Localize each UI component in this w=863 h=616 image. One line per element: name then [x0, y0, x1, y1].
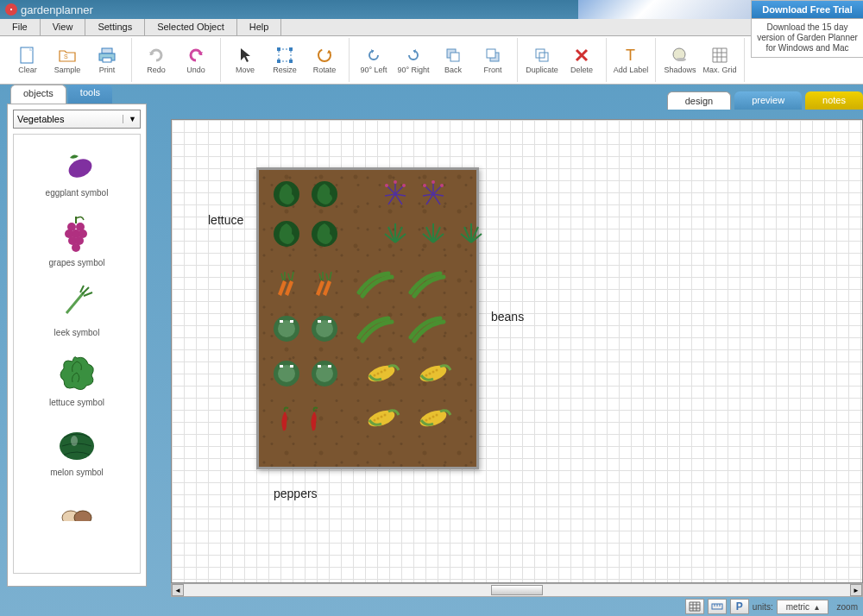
mushroom-icon: [55, 491, 98, 534]
undo-button[interactable]: Undo: [177, 39, 215, 82]
canvas-label-peppers[interactable]: peppers: [274, 487, 318, 500]
rotate-button[interactable]: Rotate: [306, 39, 343, 82]
plant-corn[interactable]: [362, 358, 406, 389]
horizontal-scrollbar[interactable]: ◄ ►: [171, 583, 863, 597]
tab-tools[interactable]: tools: [68, 85, 112, 104]
toolbar: Clear SSample Print Redo Undo Move Resiz…: [0, 36, 863, 85]
svg-point-65: [425, 374, 428, 377]
resize-button[interactable]: Resize: [266, 39, 304, 82]
svg-rect-58: [328, 365, 331, 368]
svg-rect-8: [277, 60, 280, 63]
plant-cabbage[interactable]: [271, 313, 302, 344]
add-label-button[interactable]: TAdd Label: [612, 39, 650, 82]
melon-icon: [55, 421, 98, 464]
plant-grass[interactable]: [418, 218, 449, 249]
clear-button[interactable]: Clear: [9, 39, 47, 82]
svg-point-78: [436, 414, 438, 417]
plant-corn[interactable]: [414, 358, 457, 389]
plant-grass[interactable]: [456, 218, 487, 249]
redo-button[interactable]: Redo: [137, 39, 175, 82]
app-logo-icon: [5, 3, 17, 16]
svg-point-38: [423, 184, 426, 187]
grid-toggle-button[interactable]: [685, 599, 704, 614]
category-dropdown[interactable]: Vegetables ▼: [13, 110, 141, 129]
object-melon[interactable]: melon symbol: [14, 414, 140, 484]
lettuce-icon: [55, 351, 98, 394]
plant-corn[interactable]: [362, 403, 406, 434]
tab-notes[interactable]: notes: [805, 91, 863, 110]
plant-lettuce[interactable]: [271, 179, 302, 210]
units-select[interactable]: metric ▴: [777, 600, 828, 614]
menu-settings[interactable]: Settings: [85, 19, 145, 35]
move-button[interactable]: Move: [226, 39, 264, 82]
tab-objects[interactable]: objects: [10, 85, 66, 104]
download-banner: Download Free Trial Download the 15 day …: [751, 0, 863, 58]
grid-icon: [711, 47, 728, 64]
rotate-left-button[interactable]: 90° Left: [355, 39, 393, 82]
plant-herb[interactable]: [380, 179, 411, 210]
ruler-toggle-button[interactable]: [708, 599, 727, 614]
plant-pepper[interactable]: [300, 403, 331, 434]
plant-pepper[interactable]: [271, 403, 302, 434]
menu-selected-object[interactable]: Selected Object: [145, 19, 237, 35]
plant-cabbage[interactable]: [309, 358, 340, 389]
menu-file[interactable]: File: [0, 19, 41, 35]
svg-point-32: [74, 511, 91, 521]
svg-text:S: S: [64, 53, 68, 60]
svg-point-19: [676, 58, 686, 61]
garden-bed[interactable]: [256, 167, 479, 469]
svg-rect-53: [280, 365, 283, 368]
shadows-button[interactable]: Shadows: [661, 39, 699, 82]
plant-corn[interactable]: [414, 403, 457, 434]
object-partial[interactable]: [14, 484, 140, 541]
rotate-right-button[interactable]: 90° Right: [394, 39, 432, 82]
tab-preview[interactable]: preview: [734, 91, 802, 110]
print-button[interactable]: Print: [88, 39, 126, 82]
object-leek[interactable]: leek symbol: [14, 274, 140, 344]
grapes-icon: [55, 211, 98, 255]
objects-panel: objects tools Vegetables ▼ eggplant symb…: [0, 85, 154, 616]
plant-beans[interactable]: [354, 268, 397, 299]
menu-view[interactable]: View: [41, 19, 86, 35]
svg-rect-9: [289, 60, 293, 63]
plant-lettuce[interactable]: [271, 218, 302, 249]
sample-button[interactable]: SSample: [48, 39, 86, 82]
svg-point-70: [374, 419, 376, 422]
tab-design[interactable]: design: [667, 91, 731, 110]
object-list[interactable]: eggplant symbol grapes symbol leek symbo…: [13, 134, 141, 574]
bring-front-button[interactable]: Front: [474, 39, 512, 82]
svg-point-76: [429, 418, 432, 420]
menu-help[interactable]: Help: [237, 19, 282, 35]
chevron-down-icon: ▼: [123, 115, 136, 123]
plant-lettuce[interactable]: [309, 218, 340, 249]
properties-button[interactable]: P: [730, 599, 749, 614]
download-trial-button[interactable]: Download Free Trial: [752, 1, 863, 19]
duplicate-button[interactable]: Duplicate: [523, 39, 561, 82]
design-canvas[interactable]: lettuce beans peppers: [171, 119, 863, 583]
object-lettuce[interactable]: lettuce symbol: [14, 344, 140, 414]
plant-lettuce[interactable]: [309, 179, 340, 210]
canvas-label-lettuce[interactable]: lettuce: [208, 213, 243, 227]
canvas-label-beans[interactable]: beans: [491, 310, 524, 324]
svg-rect-6: [277, 47, 280, 51]
delete-button[interactable]: Delete: [563, 39, 601, 82]
scroll-right-button[interactable]: ►: [850, 584, 862, 596]
plant-carrot[interactable]: [309, 268, 340, 299]
plant-beans[interactable]: [406, 313, 449, 344]
scroll-left-button[interactable]: ◄: [172, 584, 184, 596]
plant-cabbage[interactable]: [309, 313, 340, 344]
plant-carrot[interactable]: [271, 268, 302, 299]
plant-cabbage[interactable]: [271, 358, 302, 389]
svg-rect-4: [103, 58, 111, 62]
max-grid-button[interactable]: Max. Grid: [701, 39, 739, 82]
plant-herb[interactable]: [418, 179, 449, 210]
send-back-button[interactable]: Back: [434, 39, 472, 82]
back-icon: [444, 47, 462, 64]
object-grapes[interactable]: grapes symbol: [14, 204, 140, 274]
scroll-thumb[interactable]: [491, 585, 543, 595]
plant-beans[interactable]: [354, 313, 397, 344]
plant-grass[interactable]: [380, 218, 411, 249]
object-eggplant[interactable]: eggplant symbol: [14, 135, 140, 204]
plant-beans[interactable]: [406, 268, 449, 299]
rotate-icon: [316, 47, 333, 64]
